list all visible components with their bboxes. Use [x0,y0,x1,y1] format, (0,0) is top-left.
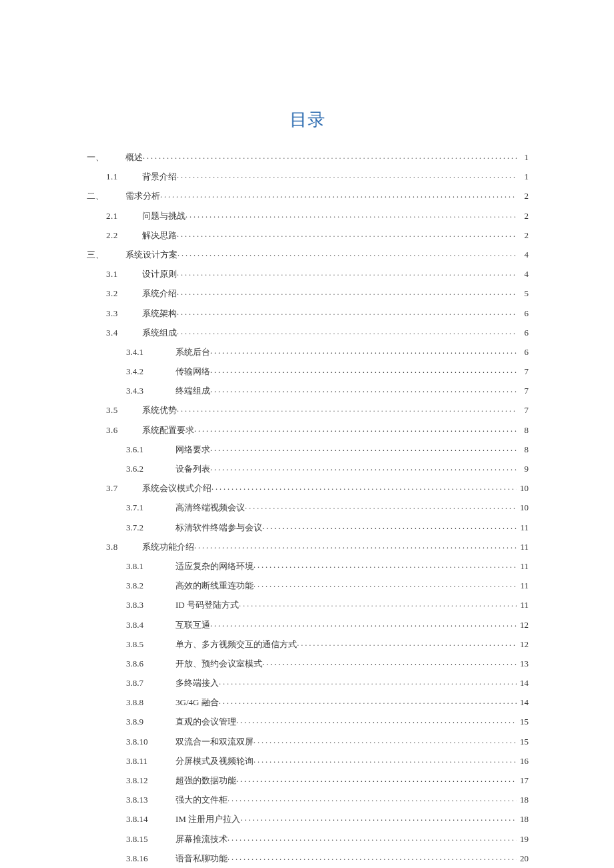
toc-entry[interactable]: 3.8.1适应复杂的网络环境11 [87,560,529,570]
toc-leader-dots [160,190,517,199]
toc-entry-number: 3.8.12 [126,776,176,785]
toc-entry-label: 系统功能介绍 [142,542,194,551]
toc-entry[interactable]: 3.5系统优势7 [87,404,529,414]
toc-entry[interactable]: 3.6系统配置要求8 [87,424,529,434]
toc-entry[interactable]: 3.6.1网络要求8 [87,444,529,454]
toc-entry-number: 3.4.2 [126,367,176,376]
toc-entry-number: 3.7.2 [126,523,176,532]
toc-entry[interactable]: 3.3系统架构6 [87,308,529,318]
toc-entry[interactable]: 3.8.3ID 号码登陆方式11 [87,599,529,609]
toc-entry[interactable]: 3.4.2传输网络7 [87,366,529,376]
toc-entry-page: 4 [518,250,529,259]
toc-entry-label: 语音私聊功能 [176,854,228,863]
toc-entry-page: 2 [518,211,529,220]
toc-entry-label: 强大的文件柜 [176,795,228,804]
toc-entry-page: 11 [518,523,529,532]
toc-entry[interactable]: 3.8.13强大的文件柜18 [87,794,529,804]
toc-entry-page: 10 [518,503,529,512]
toc-entry[interactable]: 二、需求分析2 [87,190,529,200]
toc-entry[interactable]: 2.2解决思路2 [87,230,529,240]
toc-entry[interactable]: 1.1背景介绍1 [87,171,529,181]
toc-leader-dots [245,502,517,510]
toc-leader-dots [254,736,517,745]
toc-entry-number: 3.8.14 [126,815,176,823]
toc-entry[interactable]: 3.8.5单方、多方视频交互的通信方式12 [87,638,529,648]
toc-entry-number: 3.1 [106,270,142,278]
toc-leader-dots [240,813,517,822]
toc-entry[interactable]: 3.8.11分屏模式及视频轮询16 [87,755,529,765]
toc-entry-page: 20 [518,854,529,863]
toc-entry[interactable]: 3.4.1系统后台6 [87,346,529,356]
toc-entry-number: 二、 [87,191,125,200]
toc-entry-number: 3.8.4 [126,620,176,629]
toc-entry[interactable]: 3.8.9直观的会议管理15 [87,716,529,726]
toc-entry[interactable]: 3.8系统功能介绍11 [87,541,529,551]
toc-entry[interactable]: 一、概述1 [87,151,529,161]
toc-entry-page: 1 [518,153,529,161]
toc-entry[interactable]: 3.8.7多终端接入14 [87,677,529,687]
toc-entry-label: 直观的会议管理 [176,717,236,726]
toc-leader-dots [236,716,517,725]
toc-entry-number: 3.8.6 [126,659,176,668]
toc-entry-page: 6 [518,309,529,318]
toc-entry-page: 2 [518,191,529,200]
toc-leader-dots [186,210,517,219]
table-of-contents: 一、概述11.1背景介绍1二、需求分析22.1问题与挑战22.2解决思路2三、系… [87,151,529,868]
toc-entry-label: 高清终端视频会议 [176,503,245,512]
toc-leader-dots [212,482,517,491]
toc-entry[interactable]: 3.8.12超强的数据功能17 [87,775,529,785]
toc-leader-dots [194,424,517,433]
toc-entry[interactable]: 2.1问题与挑战2 [87,210,529,220]
toc-entry[interactable]: 3.8.4互联互通12 [87,619,529,629]
toc-entry-label: 设备列表 [176,464,210,473]
toc-entry-label: 标清软件终端参与会议 [176,523,262,532]
toc-entry-number: 3.4 [106,328,142,337]
toc-entry-label: 高效的断线重连功能 [176,581,254,590]
toc-leader-dots [228,833,517,842]
toc-entry-number: 1.1 [106,172,142,181]
toc-entry-page: 18 [518,795,529,804]
toc-entry[interactable]: 3.7系统会议模式介绍10 [87,482,529,492]
toc-entry[interactable]: 三、系统设计方案4 [87,249,529,259]
toc-entry[interactable]: 3.8.10双流合一和双流双屏15 [87,736,529,746]
toc-entry[interactable]: 3.7.1高清终端视频会议10 [87,502,529,512]
toc-leader-dots [219,677,517,686]
toc-entry[interactable]: 3.1设计原则4 [87,268,529,278]
toc-leader-dots [177,404,517,413]
toc-entry-number: 3.3 [106,309,142,318]
toc-entry-number: 3.6.1 [126,445,176,454]
toc-entry[interactable]: 3.8.6开放、预约会议室模式13 [87,658,529,668]
toc-entry[interactable]: 3.8.15屏幕推流技术19 [87,833,529,843]
toc-entry-number: 三、 [87,250,125,259]
toc-leader-dots [210,346,517,355]
toc-entry[interactable]: 3.6.2设备列表9 [87,463,529,473]
toc-entry[interactable]: 3.8.16语音私聊功能20 [87,853,529,863]
toc-leader-dots [210,463,517,472]
toc-leader-dots [194,541,517,550]
toc-entry-label: 超强的数据功能 [176,776,236,785]
toc-entry-label: 系统后台 [176,348,210,356]
toc-entry[interactable]: 3.4.3终端组成7 [87,385,529,395]
toc-entry-page: 11 [518,542,529,551]
toc-leader-dots [177,268,517,277]
toc-leader-dots [177,308,517,316]
toc-entry-page: 16 [518,757,529,765]
toc-entry-label: 设计原则 [142,270,177,278]
toc-entry-number: 2.2 [106,231,142,240]
toc-entry-label: 多终端接入 [176,679,219,687]
toc-entry-number: 3.8.2 [126,581,176,590]
toc-entry[interactable]: 3.4系统组成6 [87,327,529,337]
toc-leader-dots [254,560,517,569]
toc-entry[interactable]: 3.2系统介绍5 [87,288,529,298]
toc-entry-label: 系统组成 [142,328,177,337]
toc-entry-page: 7 [518,367,529,376]
toc-entry-label: IM 注册用户拉入 [176,815,240,823]
toc-entry[interactable]: 3.8.2高效的断线重连功能11 [87,580,529,590]
toc-entry-number: 3.8.7 [126,679,176,687]
toc-entry-number: 3.8.8 [126,698,176,707]
toc-entry-number: 3.8.10 [126,737,176,746]
toc-entry[interactable]: 3.7.2标清软件终端参与会议11 [87,522,529,532]
toc-entry-number: 一、 [87,153,125,161]
toc-entry[interactable]: 3.8.83G/4G 融合14 [87,697,529,707]
toc-entry[interactable]: 3.8.14IM 注册用户拉入18 [87,813,529,823]
